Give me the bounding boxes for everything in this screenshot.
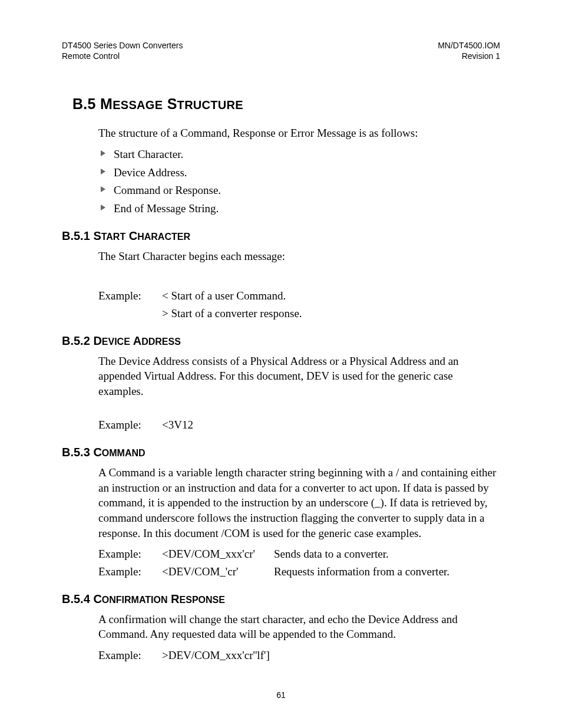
example-row: Example: >DEV/COM_xxx'cr''lf'] [98, 648, 500, 663]
s3-para: A Command is a variable length character… [98, 465, 500, 541]
heading-cap1: M [100, 95, 113, 112]
heading-cap1: C [93, 592, 101, 605]
example-text: >DEV/COM_xxx'cr''lf'] [162, 648, 270, 663]
heading-cap2: R [171, 592, 179, 605]
s4-para: A confirmation will change the start cha… [98, 612, 500, 642]
header-right-line2: Revision 1 [438, 51, 500, 61]
heading-sc1: OMMAND [102, 448, 146, 458]
heading-cap1: S [93, 229, 101, 242]
example-label: Example: [98, 648, 162, 663]
heading-b5-1: B.5.1 START CHARACTER [62, 229, 500, 243]
s2-para: The Device Address consists of a Physica… [98, 354, 500, 399]
spacer [98, 404, 500, 415]
example-row: Example: <DEV/COM_'cr' Requests informat… [98, 564, 500, 579]
example-code: <DEV/COM_xxx'cr' [162, 546, 274, 562]
header-right-line1: MN/DT4500.IOM [438, 40, 500, 51]
example-label-empty [98, 306, 162, 321]
intro-block: The structure of a Command, Response or … [98, 126, 500, 216]
header-left-line1: DT4500 Series Down Converters [62, 40, 183, 51]
example-text: < Start of a user Command. [162, 288, 286, 304]
heading-number: B.5.3 [62, 446, 90, 459]
heading-sc1: ESSAGE [113, 98, 163, 111]
header-right: MN/DT4500.IOM Revision 1 [438, 40, 500, 61]
heading-number: B.5.1 [62, 229, 90, 242]
heading-sc2: DDRESS [141, 337, 181, 347]
example-label: Example: [98, 288, 162, 304]
spacer [98, 269, 500, 286]
example-code: <DEV/COM_'cr' [162, 564, 274, 579]
heading-b5-2: B.5.2 DEVICE ADDRESS [62, 334, 500, 348]
heading-b5-3: B.5.3 COMMAND [62, 446, 500, 459]
s1-para: The Start Character begins each message: [98, 249, 500, 264]
heading-b5: B.5 MESSAGE STRUCTURE [72, 95, 500, 113]
example-text: <3V12 [162, 417, 193, 433]
example-desc: Sends data to a converter. [274, 546, 500, 562]
example-row: > Start of a converter response. [98, 306, 500, 321]
section-b5-4-body: A confirmation will change the start cha… [98, 612, 500, 663]
section-b5-1-body: The Start Character begins each message:… [98, 249, 500, 321]
heading-cap2: C [129, 229, 137, 242]
heading-cap1: D [93, 334, 101, 347]
example-label: Example: [98, 546, 162, 562]
heading-cap1: C [93, 446, 101, 459]
heading-cap2: S [167, 95, 177, 112]
heading-b5-4: B.5.4 CONFIRMATION RESPONSE [62, 592, 500, 606]
heading-number: B.5.4 [62, 592, 90, 605]
list-item: Start Character. [98, 147, 500, 162]
heading-sc2: ESPONSE [180, 595, 225, 605]
structure-list: Start Character. Device Address. Command… [98, 147, 500, 216]
page-number: 61 [0, 690, 562, 700]
list-item: Device Address. [98, 165, 500, 180]
heading-sc1: EVICE [102, 337, 130, 347]
section-b5-3-body: A Command is a variable length character… [98, 465, 500, 579]
heading-sc2: TRUCTURE [177, 98, 243, 111]
example-row: Example: <DEV/COM_xxx'cr' Sends data to … [98, 546, 500, 562]
header-left-line2: Remote Control [62, 51, 183, 61]
heading-sc1: ONFIRMATION [102, 595, 168, 605]
heading-sc1: TART [101, 232, 125, 242]
heading-number: B.5.2 [62, 334, 90, 347]
example-row: Example: < Start of a user Command. [98, 288, 500, 304]
heading-cap2: A [133, 334, 141, 347]
heading-sc2: HARACTER [137, 232, 190, 242]
section-b5-2-body: The Device Address consists of a Physica… [98, 354, 500, 433]
page-header: DT4500 Series Down Converters Remote Con… [62, 40, 500, 61]
header-left: DT4500 Series Down Converters Remote Con… [62, 40, 183, 61]
intro-text: The structure of a Command, Response or … [98, 126, 500, 141]
example-label: Example: [98, 564, 162, 579]
list-item: Command or Response. [98, 183, 500, 198]
example-desc: Requests information from a converter. [274, 564, 500, 579]
heading-number: B.5 [72, 95, 96, 112]
list-item: End of Message String. [98, 201, 500, 216]
example-label: Example: [98, 417, 162, 433]
example-row: Example: <3V12 [98, 417, 500, 433]
example-text: > Start of a converter response. [162, 306, 302, 321]
page: DT4500 Series Down Converters Remote Con… [0, 0, 562, 728]
